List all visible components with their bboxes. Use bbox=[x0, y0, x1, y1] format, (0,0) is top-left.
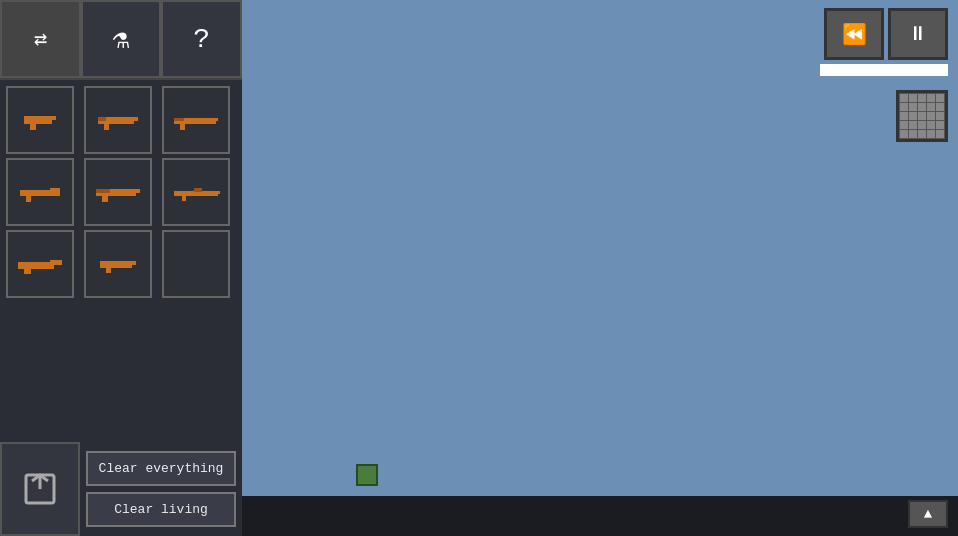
svg-rect-22 bbox=[194, 188, 202, 192]
svg-rect-26 bbox=[100, 261, 132, 268]
svg-rect-8 bbox=[210, 118, 218, 121]
svg-rect-27 bbox=[128, 261, 136, 265]
svg-rect-18 bbox=[96, 189, 110, 193]
clear-everything-button[interactable]: Clear everything bbox=[86, 451, 236, 486]
weapon-slot-4[interactable] bbox=[6, 158, 74, 226]
swap-button[interactable]: ⇄ bbox=[0, 0, 81, 78]
pause-icon: ⏸ bbox=[908, 22, 928, 46]
svg-rect-20 bbox=[214, 191, 220, 194]
weapon-slot-6[interactable] bbox=[162, 158, 230, 226]
grenade-icon bbox=[94, 250, 142, 278]
smg-icon bbox=[94, 106, 142, 134]
svg-rect-2 bbox=[30, 124, 36, 130]
svg-rect-23 bbox=[18, 262, 54, 269]
svg-rect-12 bbox=[50, 188, 60, 192]
svg-rect-11 bbox=[20, 190, 54, 196]
svg-rect-10 bbox=[174, 118, 184, 121]
svg-rect-0 bbox=[24, 116, 52, 124]
weapon-slot-9[interactable] bbox=[162, 230, 230, 298]
shotgun-icon bbox=[16, 178, 64, 206]
svg-rect-4 bbox=[130, 117, 138, 121]
rewind-button[interactable]: ⏪ bbox=[824, 8, 884, 60]
top-right-controls: ⏪ ⏸ bbox=[820, 8, 948, 76]
left-panel: ⇄ ⚗ ? bbox=[0, 0, 242, 536]
entity-square bbox=[356, 464, 378, 486]
rifle-icon bbox=[172, 106, 220, 134]
up-arrow-icon: ▲ bbox=[924, 506, 932, 522]
bottom-right-button[interactable]: ▲ bbox=[908, 500, 948, 528]
svg-rect-1 bbox=[48, 116, 56, 120]
top-toolbar: ⇄ ⚗ ? bbox=[0, 0, 242, 80]
svg-rect-25 bbox=[24, 269, 31, 274]
potion-button[interactable]: ⚗ bbox=[81, 0, 162, 78]
grid-icon bbox=[900, 94, 944, 138]
help-icon: ? bbox=[193, 24, 210, 55]
clear-living-button[interactable]: Clear living bbox=[86, 492, 236, 527]
item-grid bbox=[0, 80, 242, 304]
exit-button[interactable] bbox=[0, 442, 80, 536]
bottom-left-panel: Clear everything Clear living bbox=[0, 442, 242, 536]
weapon-slot-8[interactable] bbox=[84, 230, 152, 298]
grid-toggle-button[interactable] bbox=[896, 90, 948, 142]
svg-rect-16 bbox=[132, 189, 140, 193]
svg-rect-9 bbox=[180, 124, 185, 130]
help-button[interactable]: ? bbox=[161, 0, 242, 78]
svg-rect-6 bbox=[98, 117, 106, 121]
svg-rect-17 bbox=[102, 196, 108, 202]
svg-rect-24 bbox=[50, 260, 62, 265]
weapon-slot-2[interactable] bbox=[84, 86, 152, 154]
clear-buttons-container: Clear everything Clear living bbox=[80, 442, 242, 536]
svg-rect-28 bbox=[106, 268, 111, 273]
svg-rect-14 bbox=[26, 196, 31, 202]
weapon-slot-5[interactable] bbox=[84, 158, 152, 226]
weapon-slot-1[interactable] bbox=[6, 86, 74, 154]
rewind-icon: ⏪ bbox=[842, 22, 867, 47]
swap-icon: ⇄ bbox=[34, 26, 47, 53]
weapon-slot-3[interactable] bbox=[162, 86, 230, 154]
media-buttons: ⏪ ⏸ bbox=[824, 8, 948, 60]
potion-icon: ⚗ bbox=[113, 22, 130, 56]
pause-button[interactable]: ⏸ bbox=[888, 8, 948, 60]
assault-rifle-icon bbox=[94, 178, 142, 206]
progress-bar bbox=[820, 64, 948, 76]
svg-rect-5 bbox=[104, 124, 109, 130]
sniper-icon bbox=[172, 178, 220, 206]
svg-rect-13 bbox=[50, 192, 60, 196]
svg-rect-21 bbox=[182, 196, 186, 201]
exit-icon bbox=[22, 471, 58, 507]
pistol-icon bbox=[16, 106, 64, 134]
bottom-bar bbox=[242, 496, 958, 536]
machine-gun-icon bbox=[16, 250, 64, 278]
weapon-slot-7[interactable] bbox=[6, 230, 74, 298]
